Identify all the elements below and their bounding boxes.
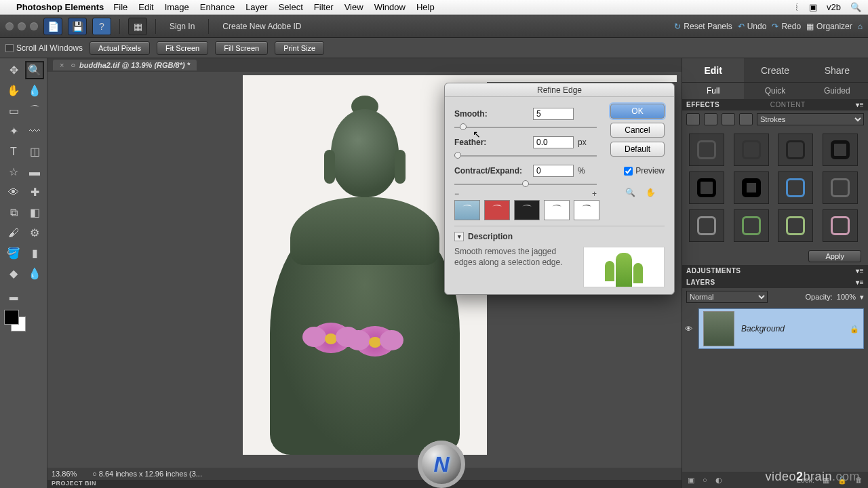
crop-tool[interactable]: ◫ <box>25 142 44 161</box>
effect-thumb[interactable] <box>689 209 724 242</box>
effect-thumb[interactable] <box>823 171 858 204</box>
smart-brush-tool[interactable]: ⚙ <box>25 224 44 242</box>
opacity-value[interactable]: 100% <box>837 293 856 301</box>
reset-panels-button[interactable]: ↻Reset Panels <box>674 22 732 31</box>
document-tab[interactable]: × ○ buddha2.tif @ 13.9% (RGB/8*) * <box>53 60 197 70</box>
fx-icon[interactable]: ○ <box>703 476 707 484</box>
new-layer-icon[interactable]: ▣ <box>688 476 694 485</box>
menu-filter[interactable]: Filter <box>314 2 334 12</box>
print-size-button[interactable]: Print Size <box>275 41 324 55</box>
save-button[interactable]: 💾 <box>68 18 87 35</box>
smooth-slider[interactable] <box>454 123 597 132</box>
layer-thumbnail[interactable] <box>703 311 734 346</box>
effect-thumb[interactable] <box>689 171 724 204</box>
menu-file[interactable]: File <box>113 2 127 12</box>
contract-slider[interactable]: −+ <box>454 180 597 189</box>
cancel-button[interactable]: Cancel <box>610 123 665 138</box>
app-name[interactable]: Photoshop Elements <box>16 2 104 12</box>
hand-icon[interactable]: ✋ <box>643 185 658 200</box>
create-adobe-id-link[interactable]: Create New Adobe ID <box>217 22 307 31</box>
zoom-icon[interactable]: 🔍 <box>623 185 637 200</box>
effects-header[interactable]: EFFECTSCONTENT▾≡ <box>682 99 868 110</box>
layer-row-background[interactable]: Background 🔒 <box>698 308 864 349</box>
blend-mode-select[interactable]: Normal <box>686 291 768 303</box>
fit-screen-button[interactable]: Fit Screen <box>157 41 208 55</box>
effect-thumb[interactable] <box>734 209 769 242</box>
zoom-level[interactable]: 13.86% <box>52 470 92 478</box>
effect-thumb[interactable] <box>778 209 813 242</box>
preview-on-white[interactable]: ⌒ <box>544 200 570 220</box>
healing-tool[interactable]: ✚ <box>25 183 44 201</box>
feather-input[interactable] <box>533 136 574 148</box>
feather-slider[interactable] <box>454 151 597 161</box>
effect-thumb[interactable] <box>734 171 769 204</box>
menu-window[interactable]: Window <box>374 2 406 12</box>
lasso-tool[interactable]: ⌒ <box>25 102 44 120</box>
home-button[interactable]: ⌂ <box>858 22 863 31</box>
spotlight-icon[interactable]: 🔍 <box>850 2 861 12</box>
bucket-tool[interactable]: 🪣 <box>4 244 23 262</box>
subtab-full[interactable]: Full <box>682 83 744 99</box>
effects-category-select[interactable]: Strokes <box>757 113 864 125</box>
description-toggle[interactable]: ▾ Description <box>454 232 665 241</box>
tab-share[interactable]: Share <box>806 58 868 82</box>
effect-thumb[interactable] <box>778 134 813 166</box>
preview-on-black[interactable]: ⌒ <box>514 200 540 220</box>
preview-mask-red[interactable]: ⌒ <box>484 200 510 220</box>
user-label[interactable]: v2b <box>827 2 841 12</box>
marquee-tool[interactable]: ▭ <box>4 102 23 120</box>
quick-select-tool[interactable]: 〰 <box>25 122 44 140</box>
foreground-color-swatch[interactable] <box>4 310 19 325</box>
magic-wand-tool[interactable]: ✦ <box>4 122 23 140</box>
smooth-input[interactable] <box>533 108 574 120</box>
actual-pixels-button[interactable]: Actual Pixels <box>90 41 150 55</box>
hand-tool[interactable]: ✋ <box>4 81 23 100</box>
help-button[interactable]: ? <box>92 18 111 35</box>
sign-in-link[interactable]: Sign In <box>164 22 200 31</box>
menu-select[interactable]: Select <box>279 2 303 12</box>
effect-thumb[interactable] <box>823 134 858 166</box>
window-controls[interactable] <box>5 22 38 30</box>
brush-tool[interactable]: 🖌 <box>4 224 23 242</box>
undo-button[interactable]: ↶Undo <box>738 22 767 31</box>
arrange-button[interactable]: ▦ <box>128 18 147 35</box>
close-tab-icon[interactable]: × <box>60 61 64 69</box>
disclosure-triangle-icon[interactable]: ▾ <box>454 232 464 241</box>
battery-icon[interactable]: ▣ <box>809 2 817 12</box>
menu-view[interactable]: View <box>344 2 363 12</box>
shape-tool[interactable]: ◆ <box>4 264 23 283</box>
ok-button[interactable]: OK <box>610 104 665 119</box>
mask-icon[interactable]: ◐ <box>715 476 722 485</box>
effect-thumb[interactable] <box>778 171 813 204</box>
doc-dimensions[interactable]: ○ 8.64 inches x 12.96 inches (3... <box>92 470 202 478</box>
adjustments-header[interactable]: ADJUSTMENTS▾≡ <box>682 265 868 277</box>
preview-bw-mask[interactable]: ⌒ <box>574 200 599 220</box>
layer-visibility-icon[interactable]: 👁 <box>682 325 694 333</box>
type-tool[interactable]: T <box>4 142 23 161</box>
effect-thumb[interactable] <box>823 209 858 242</box>
fill-screen-button[interactable]: Fill Screen <box>215 41 268 55</box>
wifi-icon[interactable]: ⧙ <box>795 2 800 12</box>
scroll-all-windows-checkbox[interactable]: Scroll All Windows <box>5 43 83 53</box>
filter-cat-icon-2[interactable] <box>704 113 717 125</box>
redo-button[interactable]: ↷Redo <box>772 22 801 31</box>
straighten-tool[interactable]: ▬ <box>25 163 44 181</box>
subtab-guided[interactable]: Guided <box>806 83 868 99</box>
effect-thumb[interactable] <box>734 134 769 166</box>
preview-standard[interactable]: ⌒ <box>454 200 480 220</box>
default-button[interactable]: Default <box>610 142 665 157</box>
new-file-button[interactable]: 📄 <box>43 18 62 35</box>
project-bin-header[interactable]: PROJECT BIN <box>47 480 682 488</box>
eyedropper-tool[interactable]: 💧 <box>25 81 44 100</box>
blur-tool[interactable]: 💧 <box>25 264 44 283</box>
contract-input[interactable] <box>533 165 574 177</box>
subtab-quick[interactable]: Quick <box>744 83 806 99</box>
dialog-title[interactable]: Refine Edge <box>445 83 674 97</box>
filter-cat-icon-4[interactable] <box>739 113 753 125</box>
clone-tool[interactable]: ⧉ <box>4 203 23 222</box>
menu-edit[interactable]: Edit <box>138 2 153 12</box>
tab-edit[interactable]: Edit <box>682 58 744 82</box>
effect-thumb[interactable] <box>689 134 724 166</box>
preview-checkbox[interactable]: Preview <box>624 166 665 176</box>
cookie-cutter-tool[interactable]: ☆ <box>4 163 23 181</box>
